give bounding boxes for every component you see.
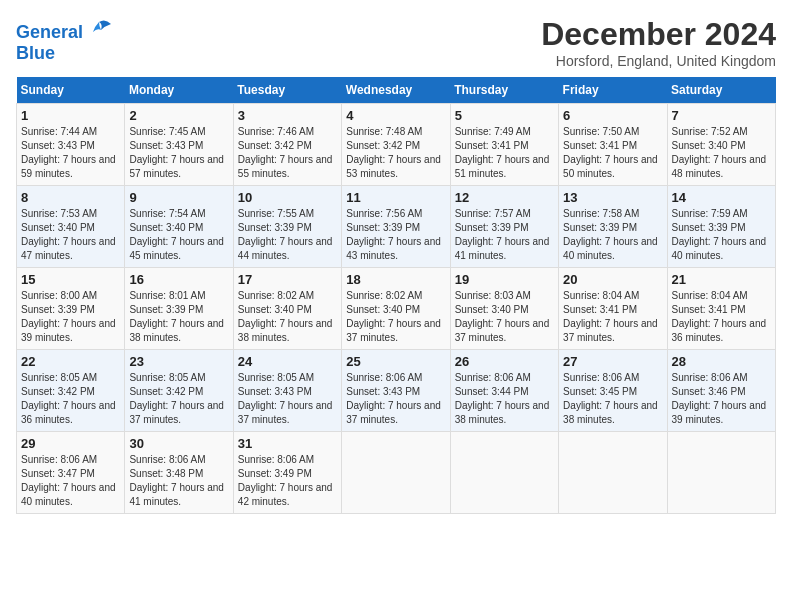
calendar-cell: 6 Sunrise: 7:50 AMSunset: 3:41 PMDayligh…: [559, 104, 667, 186]
day-number: 26: [455, 354, 554, 369]
day-number: 25: [346, 354, 445, 369]
calendar-cell: 15 Sunrise: 8:00 AMSunset: 3:39 PMDaylig…: [17, 268, 125, 350]
column-header-thursday: Thursday: [450, 77, 558, 104]
calendar-cell: 25 Sunrise: 8:06 AMSunset: 3:43 PMDaylig…: [342, 350, 450, 432]
column-header-friday: Friday: [559, 77, 667, 104]
calendar-table: SundayMondayTuesdayWednesdayThursdayFrid…: [16, 77, 776, 514]
day-info: Sunrise: 8:05 AMSunset: 3:43 PMDaylight:…: [238, 371, 337, 427]
day-info: Sunrise: 8:05 AMSunset: 3:42 PMDaylight:…: [21, 371, 120, 427]
calendar-cell: 26 Sunrise: 8:06 AMSunset: 3:44 PMDaylig…: [450, 350, 558, 432]
calendar-cell: 13 Sunrise: 7:58 AMSunset: 3:39 PMDaylig…: [559, 186, 667, 268]
day-info: Sunrise: 8:06 AMSunset: 3:49 PMDaylight:…: [238, 453, 337, 509]
calendar-cell: 7 Sunrise: 7:52 AMSunset: 3:40 PMDayligh…: [667, 104, 775, 186]
day-info: Sunrise: 7:58 AMSunset: 3:39 PMDaylight:…: [563, 207, 662, 263]
day-info: Sunrise: 8:05 AMSunset: 3:42 PMDaylight:…: [129, 371, 228, 427]
column-header-wednesday: Wednesday: [342, 77, 450, 104]
calendar-cell: 28 Sunrise: 8:06 AMSunset: 3:46 PMDaylig…: [667, 350, 775, 432]
calendar-cell: 24 Sunrise: 8:05 AMSunset: 3:43 PMDaylig…: [233, 350, 341, 432]
calendar-cell: 11 Sunrise: 7:56 AMSunset: 3:39 PMDaylig…: [342, 186, 450, 268]
calendar-cell: 19 Sunrise: 8:03 AMSunset: 3:40 PMDaylig…: [450, 268, 558, 350]
column-header-tuesday: Tuesday: [233, 77, 341, 104]
logo-bird-icon: [85, 16, 113, 44]
calendar-header-row: SundayMondayTuesdayWednesdayThursdayFrid…: [17, 77, 776, 104]
title-block: December 2024 Horsford, England, United …: [541, 16, 776, 69]
day-number: 8: [21, 190, 120, 205]
day-info: Sunrise: 7:52 AMSunset: 3:40 PMDaylight:…: [672, 125, 771, 181]
calendar-cell: 30 Sunrise: 8:06 AMSunset: 3:48 PMDaylig…: [125, 432, 233, 514]
logo-blue-text: Blue: [16, 44, 55, 62]
day-info: Sunrise: 7:50 AMSunset: 3:41 PMDaylight:…: [563, 125, 662, 181]
day-number: 7: [672, 108, 771, 123]
day-info: Sunrise: 7:49 AMSunset: 3:41 PMDaylight:…: [455, 125, 554, 181]
calendar-cell: 29 Sunrise: 8:06 AMSunset: 3:47 PMDaylig…: [17, 432, 125, 514]
calendar-cell: [342, 432, 450, 514]
calendar-cell: 18 Sunrise: 8:02 AMSunset: 3:40 PMDaylig…: [342, 268, 450, 350]
day-info: Sunrise: 7:54 AMSunset: 3:40 PMDaylight:…: [129, 207, 228, 263]
day-number: 28: [672, 354, 771, 369]
calendar-cell: 21 Sunrise: 8:04 AMSunset: 3:41 PMDaylig…: [667, 268, 775, 350]
calendar-cell: 3 Sunrise: 7:46 AMSunset: 3:42 PMDayligh…: [233, 104, 341, 186]
calendar-cell: [667, 432, 775, 514]
day-number: 21: [672, 272, 771, 287]
day-info: Sunrise: 7:48 AMSunset: 3:42 PMDaylight:…: [346, 125, 445, 181]
day-info: Sunrise: 7:53 AMSunset: 3:40 PMDaylight:…: [21, 207, 120, 263]
main-title: December 2024: [541, 16, 776, 53]
column-header-saturday: Saturday: [667, 77, 775, 104]
day-info: Sunrise: 8:04 AMSunset: 3:41 PMDaylight:…: [672, 289, 771, 345]
calendar-cell: 22 Sunrise: 8:05 AMSunset: 3:42 PMDaylig…: [17, 350, 125, 432]
day-number: 17: [238, 272, 337, 287]
day-number: 22: [21, 354, 120, 369]
day-info: Sunrise: 8:03 AMSunset: 3:40 PMDaylight:…: [455, 289, 554, 345]
calendar-cell: 16 Sunrise: 8:01 AMSunset: 3:39 PMDaylig…: [125, 268, 233, 350]
calendar-cell: 20 Sunrise: 8:04 AMSunset: 3:41 PMDaylig…: [559, 268, 667, 350]
calendar-week-row: 29 Sunrise: 8:06 AMSunset: 3:47 PMDaylig…: [17, 432, 776, 514]
day-number: 16: [129, 272, 228, 287]
day-number: 29: [21, 436, 120, 451]
day-number: 23: [129, 354, 228, 369]
calendar-cell: 10 Sunrise: 7:55 AMSunset: 3:39 PMDaylig…: [233, 186, 341, 268]
day-info: Sunrise: 8:06 AMSunset: 3:48 PMDaylight:…: [129, 453, 228, 509]
day-info: Sunrise: 8:06 AMSunset: 3:43 PMDaylight:…: [346, 371, 445, 427]
day-info: Sunrise: 8:06 AMSunset: 3:47 PMDaylight:…: [21, 453, 120, 509]
calendar-cell: 23 Sunrise: 8:05 AMSunset: 3:42 PMDaylig…: [125, 350, 233, 432]
calendar-cell: 12 Sunrise: 7:57 AMSunset: 3:39 PMDaylig…: [450, 186, 558, 268]
calendar-week-row: 22 Sunrise: 8:05 AMSunset: 3:42 PMDaylig…: [17, 350, 776, 432]
calendar-cell: [559, 432, 667, 514]
day-info: Sunrise: 8:06 AMSunset: 3:45 PMDaylight:…: [563, 371, 662, 427]
day-info: Sunrise: 8:00 AMSunset: 3:39 PMDaylight:…: [21, 289, 120, 345]
day-number: 20: [563, 272, 662, 287]
day-number: 11: [346, 190, 445, 205]
calendar-cell: 8 Sunrise: 7:53 AMSunset: 3:40 PMDayligh…: [17, 186, 125, 268]
subtitle: Horsford, England, United Kingdom: [541, 53, 776, 69]
day-info: Sunrise: 8:02 AMSunset: 3:40 PMDaylight:…: [238, 289, 337, 345]
calendar-cell: 31 Sunrise: 8:06 AMSunset: 3:49 PMDaylig…: [233, 432, 341, 514]
calendar-cell: 1 Sunrise: 7:44 AMSunset: 3:43 PMDayligh…: [17, 104, 125, 186]
day-info: Sunrise: 7:57 AMSunset: 3:39 PMDaylight:…: [455, 207, 554, 263]
day-number: 2: [129, 108, 228, 123]
column-header-monday: Monday: [125, 77, 233, 104]
day-number: 9: [129, 190, 228, 205]
day-number: 14: [672, 190, 771, 205]
day-info: Sunrise: 8:06 AMSunset: 3:46 PMDaylight:…: [672, 371, 771, 427]
day-info: Sunrise: 7:55 AMSunset: 3:39 PMDaylight:…: [238, 207, 337, 263]
calendar-cell: [450, 432, 558, 514]
calendar-cell: 2 Sunrise: 7:45 AMSunset: 3:43 PMDayligh…: [125, 104, 233, 186]
day-info: Sunrise: 7:59 AMSunset: 3:39 PMDaylight:…: [672, 207, 771, 263]
day-number: 30: [129, 436, 228, 451]
day-number: 12: [455, 190, 554, 205]
day-info: Sunrise: 7:46 AMSunset: 3:42 PMDaylight:…: [238, 125, 337, 181]
day-info: Sunrise: 7:44 AMSunset: 3:43 PMDaylight:…: [21, 125, 120, 181]
calendar-cell: 17 Sunrise: 8:02 AMSunset: 3:40 PMDaylig…: [233, 268, 341, 350]
calendar-cell: 4 Sunrise: 7:48 AMSunset: 3:42 PMDayligh…: [342, 104, 450, 186]
day-number: 13: [563, 190, 662, 205]
day-number: 10: [238, 190, 337, 205]
logo: General Blue: [16, 16, 113, 62]
day-number: 4: [346, 108, 445, 123]
calendar-cell: 9 Sunrise: 7:54 AMSunset: 3:40 PMDayligh…: [125, 186, 233, 268]
day-number: 3: [238, 108, 337, 123]
day-info: Sunrise: 7:56 AMSunset: 3:39 PMDaylight:…: [346, 207, 445, 263]
day-info: Sunrise: 8:06 AMSunset: 3:44 PMDaylight:…: [455, 371, 554, 427]
calendar-cell: 27 Sunrise: 8:06 AMSunset: 3:45 PMDaylig…: [559, 350, 667, 432]
calendar-week-row: 8 Sunrise: 7:53 AMSunset: 3:40 PMDayligh…: [17, 186, 776, 268]
day-info: Sunrise: 7:45 AMSunset: 3:43 PMDaylight:…: [129, 125, 228, 181]
